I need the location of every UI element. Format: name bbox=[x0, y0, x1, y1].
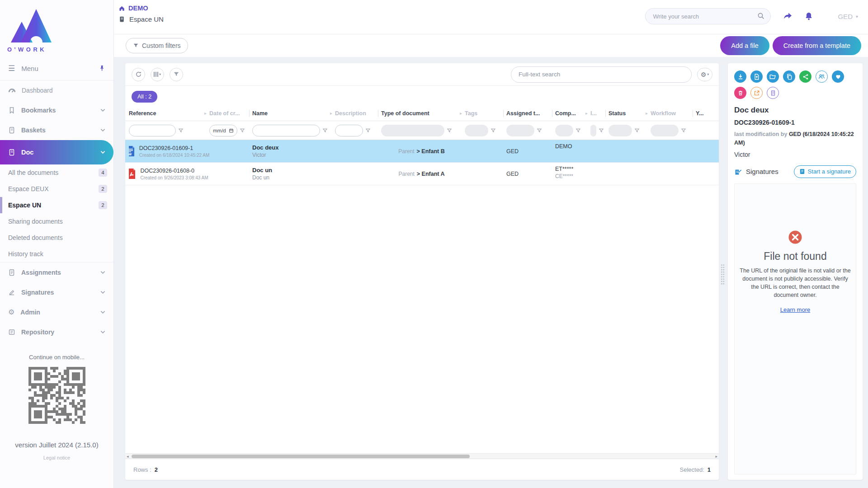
note-button[interactable] bbox=[767, 87, 779, 99]
favorite-button[interactable] bbox=[832, 70, 844, 83]
share-nodes-button[interactable] bbox=[799, 70, 811, 83]
filter-funnel-icon[interactable] bbox=[322, 128, 328, 133]
column-header[interactable]: Type of document ▸ bbox=[381, 106, 465, 121]
column-header[interactable]: Y... ▸ bbox=[696, 106, 719, 121]
list-icon bbox=[8, 328, 15, 336]
refresh-icon bbox=[135, 71, 142, 78]
sidebar-item-admin[interactable]: ⚙ Admin bbox=[0, 302, 113, 322]
filter-text-input[interactable] bbox=[335, 125, 363, 136]
document-subtitle: Doc un bbox=[252, 174, 332, 181]
gauge-icon bbox=[8, 87, 16, 94]
column-header[interactable]: I... ▸ bbox=[590, 106, 609, 121]
notifications-icon[interactable] bbox=[804, 12, 813, 21]
column-header[interactable]: Comp... ▸ bbox=[555, 106, 590, 121]
column-header[interactable]: Date of cr... ▸ bbox=[209, 106, 252, 121]
column-divider bbox=[605, 110, 606, 117]
column-header[interactable]: Workflow ▸ bbox=[651, 106, 696, 121]
columns-button[interactable]: ▾ bbox=[151, 68, 164, 81]
create-from-template-button[interactable]: Create from a template bbox=[773, 36, 861, 55]
horizontal-scrollbar[interactable]: ◂ ▸ bbox=[125, 453, 719, 459]
column-filter bbox=[555, 125, 590, 136]
error-x-icon bbox=[788, 230, 802, 244]
scroll-left-arrow[interactable]: ◂ bbox=[127, 454, 129, 459]
scrollbar-thumb[interactable] bbox=[132, 455, 470, 458]
sidebar-item-dashboard[interactable]: Dashboard bbox=[0, 80, 113, 100]
all-count-badge[interactable]: All : 2 bbox=[132, 91, 157, 103]
cell-i bbox=[590, 163, 609, 185]
cell-workflow bbox=[651, 140, 696, 162]
sidebar-subitem[interactable]: Espace UN 2 bbox=[0, 197, 113, 213]
column-header[interactable]: Tags ▸ bbox=[465, 106, 506, 121]
menu-toggle[interactable]: ☰ Menu bbox=[0, 57, 113, 80]
date-input[interactable] bbox=[213, 128, 227, 133]
mountain-logo-icon bbox=[7, 5, 54, 45]
cell-tags bbox=[465, 140, 506, 162]
sidebar-item-label: Repository bbox=[21, 328, 54, 336]
filter-funnel-icon[interactable] bbox=[178, 128, 184, 133]
filter-funnel-icon[interactable] bbox=[537, 128, 542, 133]
filter-funnel-icon[interactable] bbox=[365, 128, 371, 133]
copy-button[interactable] bbox=[783, 70, 795, 83]
sidebar-item-bookmarks[interactable]: Bookmarks bbox=[0, 100, 113, 120]
filter-funnel-icon[interactable] bbox=[447, 128, 452, 133]
sidebar-subitem[interactable]: All the documents 4 bbox=[0, 164, 113, 181]
header-actions: GED ▾ bbox=[645, 8, 861, 24]
mobile-block: Continue on mobile... version Juillet 20… bbox=[0, 354, 113, 460]
sidebar-subitem[interactable]: Deleted documents bbox=[0, 230, 113, 246]
column-header[interactable]: Name ▸ bbox=[252, 106, 335, 121]
document-subtitle: Victor bbox=[252, 152, 332, 158]
pin-icon[interactable] bbox=[99, 65, 105, 72]
filter-date-input[interactable] bbox=[209, 125, 237, 136]
search-icon[interactable] bbox=[757, 12, 765, 20]
count-badge: 2 bbox=[99, 185, 107, 193]
external-link-button[interactable] bbox=[750, 87, 763, 99]
filter-funnel-icon[interactable] bbox=[634, 128, 640, 133]
sidebar-item-doc[interactable]: Doc bbox=[0, 140, 113, 164]
table-row[interactable]: w DOC230926-01608-0 Created on 9/26/2023… bbox=[125, 163, 719, 185]
custom-filters-button[interactable]: Custom filters bbox=[126, 38, 188, 53]
filter-funnel-icon[interactable] bbox=[491, 128, 496, 133]
start-signature-button[interactable]: Start a signature bbox=[794, 165, 856, 178]
users-button[interactable] bbox=[816, 70, 828, 83]
learn-more-link[interactable]: Learn more bbox=[780, 306, 810, 313]
panel-resize-handle[interactable] bbox=[721, 264, 725, 285]
sidebar-subitem[interactable]: Espace DEUX 2 bbox=[0, 181, 113, 197]
fulltext-search-input[interactable] bbox=[511, 66, 692, 83]
table-settings-button[interactable]: ⚙ ▾ bbox=[697, 68, 712, 81]
sidebar-subitem[interactable]: History track bbox=[0, 246, 113, 262]
sidebar-item-signatures[interactable]: Signatures bbox=[0, 282, 113, 302]
open-folder-button[interactable] bbox=[767, 70, 779, 83]
sidebar-item-repository[interactable]: Repository bbox=[0, 322, 113, 342]
sidebar-item-assignments[interactable]: Assignments bbox=[0, 263, 113, 282]
share-icon[interactable] bbox=[783, 12, 793, 21]
sidebar-subitem-label: Sharing documents bbox=[8, 218, 63, 225]
table-row[interactable]: w DOC230926-01609-1 Created on 6/18/2024… bbox=[125, 140, 719, 163]
filter-funnel-icon[interactable] bbox=[240, 128, 245, 133]
column-header[interactable]: Assigned t... ▸ bbox=[506, 106, 555, 121]
brand-logo[interactable]: O'WORK bbox=[0, 0, 113, 57]
sidebar-item-baskets[interactable]: Baskets bbox=[0, 120, 113, 140]
column-header[interactable]: Reference ▸ bbox=[129, 106, 209, 121]
filter-funnel-icon[interactable] bbox=[599, 128, 604, 133]
document-reference: DOC230926-01609-1 bbox=[139, 145, 209, 151]
cell-date bbox=[209, 163, 252, 185]
download-button[interactable] bbox=[734, 70, 746, 83]
breadcrumb-home[interactable]: DEMO bbox=[118, 5, 164, 12]
filter-text-input[interactable] bbox=[252, 125, 320, 136]
filter-funnel-icon[interactable] bbox=[681, 128, 686, 133]
refresh-button[interactable] bbox=[132, 68, 145, 81]
add-file-button[interactable]: Add a file bbox=[720, 36, 769, 55]
filter-funnel-icon[interactable] bbox=[576, 128, 581, 133]
add-version-button[interactable] bbox=[750, 70, 763, 83]
legal-notice-link[interactable]: Legal notice bbox=[0, 455, 113, 460]
column-header[interactable]: Description ▸ bbox=[335, 106, 381, 121]
delete-button[interactable] bbox=[734, 87, 746, 99]
filter-text-input[interactable] bbox=[129, 125, 176, 136]
scroll-right-arrow[interactable]: ▸ bbox=[715, 454, 717, 459]
filter-button[interactable] bbox=[170, 68, 183, 81]
global-search-input[interactable] bbox=[645, 8, 771, 24]
user-menu[interactable]: GED ▾ bbox=[838, 13, 858, 20]
sidebar-subitem[interactable]: Sharing documents bbox=[0, 213, 113, 230]
sidebar-subitem-label: Espace UN bbox=[8, 202, 41, 209]
column-header[interactable]: Status ▸ bbox=[609, 106, 651, 121]
